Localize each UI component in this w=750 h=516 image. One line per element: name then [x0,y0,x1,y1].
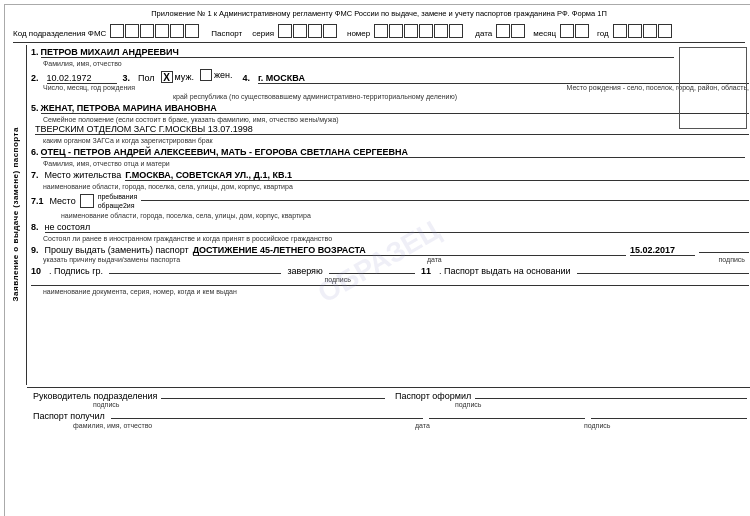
seria-boxes [278,24,337,38]
seria-box-2[interactable] [293,24,307,38]
god-label: год [597,29,609,38]
kod-boxes [110,24,199,38]
field1-row: 1. ПЕТРОВ МИХАИЛ АНДРЕЕВИЧ Фамилия, имя,… [31,47,749,68]
pasport-oformil-block: Паспорт оформил подпись [395,391,747,408]
mesiac-label: месяц [533,29,556,38]
field71-num: 7.1 [31,196,44,206]
field71-row: 7.1 Место пребывания обраще2ия наименова… [31,192,749,220]
field71-label: Место [50,196,76,206]
seria-label: серия [252,29,274,38]
bottom-section: Руководитель подразделения подпись Паспо… [27,387,750,432]
field11-label: . Паспорт выдать на основании [439,266,571,276]
kod-box-4[interactable] [155,24,169,38]
field2-value: 10.02.1972 [47,73,117,84]
seria-box-3[interactable] [308,24,322,38]
field9-num: 9. [31,245,39,255]
seria-box-1[interactable] [278,24,292,38]
podpis-label: подпись [584,422,747,429]
nomer-box-1[interactable] [374,24,388,38]
rukovoditel-podpis-label: подпись [93,401,119,408]
doc-label: наименование документа, серия, номер, ко… [43,288,237,295]
nomer-box-4[interactable] [419,24,433,38]
field9-date-label: дата [427,256,442,263]
field1011-labels-row: подпись [31,276,749,283]
field71-box[interactable] [80,194,94,208]
field6-num: 6. [31,147,39,157]
pol-muzh-checkbox[interactable]: X [161,71,173,83]
pol-muzh-check: X [163,72,170,83]
field7-label: Место жительства [45,170,122,180]
doc-row: наименование документа, серия, номер, ко… [31,285,749,296]
pasport-poluchil-labels-row: фамилия, имя, отчество дата подпись [33,422,747,429]
field4-value: г. МОСКВА [258,73,749,84]
nomer-box-5[interactable] [434,24,448,38]
god-box-2[interactable] [628,24,642,38]
field10-num: 10 [31,266,41,276]
god-box-4[interactable] [658,24,672,38]
field7-sublabel: наименование области, города, поселка, с… [43,183,293,190]
kod-box-1[interactable] [110,24,124,38]
field2-label-row: Число, месяц, год рождения Место рождени… [31,84,749,91]
field234-row: 2. 10.02.1972 3. Пол X муж. жен. [31,69,749,84]
god-boxes [613,24,672,38]
field8-num: 8. [31,222,39,232]
field10-podpis-label: подпись [324,276,350,283]
field5-row: 5. ЖЕНАТ, ПЕТРОВА МАРИНА ИВАНОВНА Семейн… [31,103,749,145]
field7-row: 7. Место жительства Г.МОСКВА, СОВЕТСКАЯ … [31,170,749,191]
god-box-3[interactable] [643,24,657,38]
mesiac-box-1[interactable] [560,24,574,38]
field5-value2: ТВЕРСКИМ ОТДЕЛОМ ЗАГС Г.МОСКВЫ 13.07.199… [35,124,749,135]
pol-zhen-checkbox[interactable] [200,69,212,81]
pasport-poluchil-label: Паспорт получил [33,411,105,421]
pol-muzh-label: муж. [175,72,194,82]
field9-sublabel: указать причину выдачи/замены паспорта [43,256,180,263]
rukovoditel-block: Руководитель подразделения подпись [33,391,385,408]
field4-label2-row: край республика (по существовавшему адми… [31,91,749,101]
mesiac-box-2[interactable] [575,24,589,38]
field10-zaveriay: заверяю [287,266,322,276]
field6-value: ОТЕЦ - ПЕТРОВ АНДРЕЙ АЛЕКСЕЕВИЧ, МАТЬ - … [41,147,745,158]
mesiac-boxes [560,24,589,38]
field5-num: 5. [31,103,39,113]
field9-podpis-label: подпись [719,256,745,263]
field3-pol-label: Пол [138,73,155,83]
field1-num: 1. [31,47,39,57]
data-box-1[interactable] [496,24,510,38]
pasport-oformil-podpis-label: подпись [455,401,481,408]
field2-label: Число, месяц, год рождения [43,84,135,91]
nomer-box-6[interactable] [449,24,463,38]
field4-label2: край республика (по существовавшему адми… [173,93,457,100]
field4-num: 4. [242,73,250,83]
field2-num: 2. [31,73,39,83]
data-box-2[interactable] [511,24,525,38]
pasport-label: Паспорт [211,29,242,38]
field5-value: ЖЕНАТ, ПЕТРОВА МАРИНА ИВАНОВНА [41,103,749,114]
kod-box-5[interactable] [170,24,184,38]
pasport-oformil-label: Паспорт оформил [395,391,471,401]
nomer-box-2[interactable] [389,24,403,38]
kod-box-2[interactable] [125,24,139,38]
nomer-label: номер [347,29,370,38]
field7-value: Г.МОСКВА, СОВЕТСКАЯ УЛ., Д.1, КВ.1 [125,170,749,181]
kod-box-3[interactable] [140,24,154,38]
field5-label2: каким органом ЗАГСа и когда зарегистриро… [43,137,213,144]
field8-row: 8. не состоял Состоял ли ранее в иностра… [31,222,749,243]
rukovoditel-label: Руководитель подразделения [33,391,157,401]
field11-num: 11 [421,266,431,276]
field1011-row: 10 . Подпись гр. заверяю 11 . Паспорт вы… [31,266,749,276]
field71-sublabel: наименование области, города, поселка, с… [61,212,311,219]
field5-label: Семейное положение (если состоит в браке… [43,116,339,123]
kod-label: Код подразделения ФМС [13,29,106,38]
field9-date: 15.02.2017 [630,245,695,256]
kod-box-6[interactable] [185,24,199,38]
bottom-row1: Руководитель подразделения подпись Паспо… [33,391,747,408]
field1-value: ПЕТРОВ МИХАИЛ АНДРЕЕВИЧ [41,47,674,58]
nomer-box-3[interactable] [404,24,418,38]
data-label: дата [475,29,492,38]
header-area: Приложение № 1 к Административному регла… [5,5,750,22]
side-label: Заявление о выдаче (замене) паспорта [11,123,20,305]
god-box-1[interactable] [613,24,627,38]
seria-box-4[interactable] [323,24,337,38]
field8-value: не состоял [45,222,749,233]
data-label2: дата [415,422,578,429]
